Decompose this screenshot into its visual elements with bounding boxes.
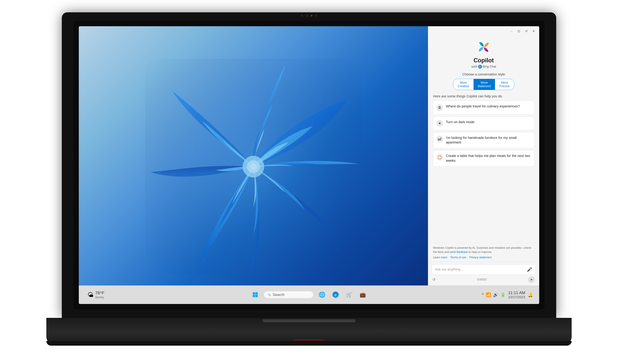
taskbar-right: ^ 📶 🔊 🔋 11:11 AM 10/27/2023 🔔 — [482, 290, 533, 299]
input-box[interactable]: Ask me anything... 🎤 — [432, 265, 536, 274]
taskbar-widgets-icon[interactable]: 🌐 — [317, 290, 327, 300]
weather-icon: 🌤 — [87, 291, 94, 298]
tray-chevron-icon[interactable]: ^ — [482, 292, 484, 297]
copilot-suggestions: Here are some things Copilot can help yo… — [428, 94, 539, 243]
clock-date: 10/27/2023 — [508, 295, 525, 299]
suggestion-icon-culinary: 🗓 — [436, 104, 443, 111]
weather-text: 78°F Sunny — [95, 291, 104, 299]
conversation-style-label: Choose a conversation style — [462, 72, 505, 76]
laptop-base-bottom — [46, 341, 572, 346]
copilot-subtitle: with b Bing Chat — [471, 65, 496, 69]
footer-links: Learn more Terms of use Privacy statemen… — [433, 255, 534, 260]
terms-of-use-link[interactable]: Terms of use — [450, 255, 466, 260]
char-count: 0/4000 — [477, 278, 487, 281]
tray-network-icon[interactable]: 📶 — [486, 292, 491, 297]
suggestion-item-darkmode[interactable]: ☀ Turn on dark mode — [433, 117, 534, 130]
desktop: ··· ⊡ ↺ ✕ — [79, 26, 539, 286]
suggestion-item-culinary[interactable]: 🗓 Where do people travel for culinary ex… — [433, 101, 534, 114]
screen: ··· ⊡ ↺ ✕ — [79, 26, 539, 304]
refresh-icon[interactable]: ↺ — [432, 277, 436, 282]
copilot-titlebar: ··· ⊡ ↺ ✕ — [428, 26, 539, 36]
taskbar-browser-icon[interactable]: e — [331, 290, 341, 300]
taskbar: 🌤 78°F Sunny — [79, 286, 539, 304]
laptop-lid: ··· ⊡ ↺ ✕ — [62, 12, 556, 318]
taskbar-left: 🌤 78°F Sunny — [85, 289, 107, 300]
svg-rect-5 — [253, 292, 255, 295]
tray-sound-icon[interactable]: 🔊 — [493, 292, 498, 297]
suggestion-text-meals: Create a table that helps me plan meals … — [446, 154, 531, 163]
clock-time: 11:11 AM — [508, 290, 525, 295]
close-button[interactable]: ✕ — [531, 29, 536, 34]
taskbar-teams-icon[interactable]: 💼 — [358, 290, 368, 300]
camera-lens — [306, 14, 308, 17]
suggestion-text-culinary: Where do people travel for culinary expe… — [446, 104, 520, 109]
input-footer: ↺ 0/4000 ➤ — [432, 276, 536, 283]
windows-logo-icon — [252, 292, 258, 298]
svg-rect-7 — [253, 295, 255, 297]
wallpaper — [79, 26, 428, 286]
copilot-footer-note: Windows Copilot is powered by AI. Surpri… — [428, 243, 539, 262]
search-bar[interactable]: 🔍 Search — [264, 291, 313, 298]
laptop-base — [46, 318, 572, 346]
tray-battery-icon[interactable]: 🔋 — [500, 292, 506, 297]
new-chat-button[interactable]: ⊡ — [516, 29, 521, 34]
copilot-input-area: Ask me anything... 🎤 ↺ 0/4000 ➤ — [428, 262, 539, 286]
suggestion-text-furniture: I'm looking for handmade furniture for m… — [446, 135, 531, 145]
notification-icon[interactable]: 🔔 — [528, 292, 533, 297]
style-btn-precise[interactable]: MorePrecise — [495, 79, 514, 90]
with-label: with — [471, 65, 477, 69]
suggestion-icon-meals: 📋 — [436, 154, 443, 161]
search-bar-text: Search — [273, 293, 284, 297]
bing-badge: b Bing Chat — [478, 65, 496, 68]
copilot-logo — [476, 39, 492, 55]
svg-point-4 — [482, 46, 485, 48]
camera-dot-right — [315, 15, 317, 17]
red-accent — [294, 340, 324, 340]
bing-label: Bing Chat — [482, 65, 496, 68]
input-placeholder: Ask me anything... — [435, 267, 525, 272]
suggestion-text-darkmode: Turn on dark mode — [446, 120, 474, 125]
svg-rect-3 — [145, 59, 361, 275]
svg-rect-6 — [255, 292, 258, 295]
copilot-header: Copilot with b Bing Chat Choose a conver… — [428, 36, 539, 94]
svg-rect-8 — [255, 295, 258, 297]
laptop-outer: ··· ⊡ ↺ ✕ — [46, 12, 572, 352]
weather-condition: Sunny — [95, 296, 104, 299]
style-buttons: MoreCreative MoreBalanced MorePrecise — [453, 79, 514, 90]
suggestions-header: Here are some things Copilot can help yo… — [433, 94, 534, 98]
style-btn-creative[interactable]: MoreCreative — [453, 79, 473, 90]
start-button[interactable] — [250, 290, 260, 300]
learn-more-link[interactable]: Learn more — [433, 255, 447, 260]
input-footer-left: ↺ — [432, 277, 436, 282]
send-feedback-link[interactable]: send feedback — [450, 250, 468, 254]
bloom-wallpaper — [145, 59, 361, 275]
laptop-hinge — [263, 319, 355, 322]
style-btn-balanced[interactable]: MoreBalanced — [474, 79, 495, 90]
taskbar-center: 🔍 Search 🌐 e 🛒 💼 — [250, 290, 368, 300]
screen-bezel: ··· ⊡ ↺ ✕ — [73, 21, 545, 309]
system-tray: ^ 📶 🔊 🔋 — [482, 292, 506, 297]
copilot-panel: ··· ⊡ ↺ ✕ — [428, 26, 539, 286]
camera-red-dot — [311, 15, 312, 16]
send-button[interactable]: ➤ — [528, 276, 535, 283]
clock[interactable]: 11:11 AM 10/27/2023 — [508, 290, 525, 299]
suggestion-item-furniture[interactable]: 🛋 I'm looking for handmade furniture for… — [433, 132, 534, 148]
camera-bar — [284, 12, 334, 19]
copilot-title: Copilot — [474, 57, 494, 64]
more-options-button[interactable]: ··· — [509, 29, 514, 34]
weather-temp: 78°F — [95, 291, 104, 296]
weather-widget[interactable]: 🌤 78°F Sunny — [85, 289, 107, 300]
privacy-statement-link[interactable]: Privacy statement — [469, 255, 492, 260]
history-button[interactable]: ↺ — [524, 29, 529, 34]
mic-icon[interactable]: 🎤 — [527, 267, 532, 272]
suggestion-icon-furniture: 🛋 — [436, 136, 443, 143]
search-icon: 🔍 — [268, 293, 271, 296]
footer-note-text2: to help us improve. — [469, 250, 492, 254]
camera-dot-left — [301, 15, 303, 17]
suggestion-icon-darkmode: ☀ — [436, 120, 443, 127]
suggestion-item-meals[interactable]: 📋 Create a table that helps me plan meal… — [433, 150, 534, 166]
taskbar-store-icon[interactable]: 🛒 — [344, 290, 354, 300]
bing-icon: b — [478, 65, 482, 68]
